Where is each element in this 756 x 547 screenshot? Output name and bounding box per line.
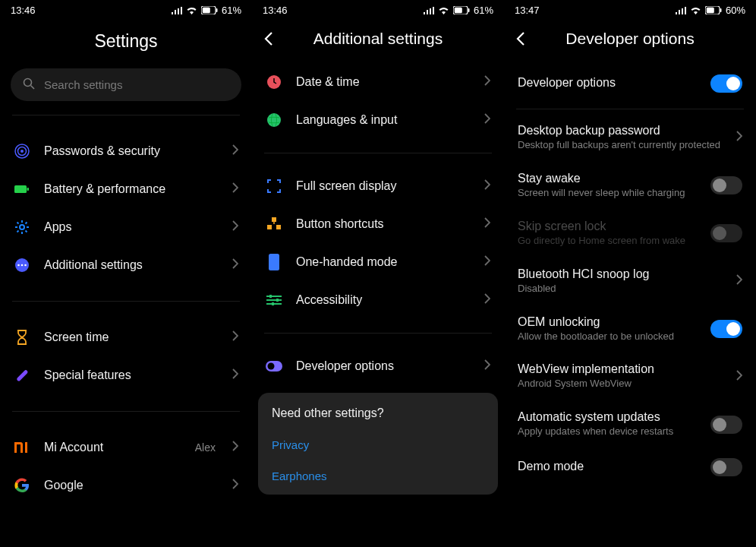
row-stay-awake[interactable]: Stay awake Screen will never sleep while… xyxy=(504,162,756,210)
row-primary: Skip screen lock xyxy=(518,220,700,233)
row-secondary: Android System WebView xyxy=(518,378,726,390)
link-privacy[interactable]: Privacy xyxy=(272,434,484,465)
row-webview[interactable]: WebView implementation Android System We… xyxy=(504,353,756,400)
gear-icon xyxy=(14,219,30,236)
search-input[interactable]: Search settings xyxy=(11,68,241,101)
svg-rect-18 xyxy=(468,8,469,12)
item-additional-settings[interactable]: Additional settings xyxy=(0,246,252,284)
item-apps[interactable]: Apps xyxy=(0,208,252,246)
item-languages-input[interactable]: Languages & input xyxy=(252,101,504,139)
battery-icon xyxy=(705,6,722,14)
svg-rect-21 xyxy=(272,217,276,222)
status-time: 13:47 xyxy=(515,5,540,16)
item-passwords-security[interactable]: Passwords & security xyxy=(0,132,252,170)
toggle-switch[interactable] xyxy=(710,74,742,93)
svg-point-32 xyxy=(268,363,275,370)
chevron-right-icon xyxy=(736,131,742,144)
hourglass-icon xyxy=(14,329,30,346)
status-right: 60% xyxy=(676,5,745,16)
mi-logo-icon xyxy=(14,439,30,456)
search-icon xyxy=(23,77,35,92)
row-auto-system-updates[interactable]: Automatic system updates Apply updates w… xyxy=(504,400,756,448)
item-special-features[interactable]: Special features xyxy=(0,356,252,394)
item-battery-performance[interactable]: Battery & performance xyxy=(0,170,252,208)
battery-icon xyxy=(201,6,218,14)
chevron-right-icon xyxy=(232,220,238,234)
item-label: Passwords & security xyxy=(44,144,219,158)
chevron-right-icon xyxy=(736,274,742,288)
svg-rect-8 xyxy=(14,185,27,193)
toggle-switch[interactable] xyxy=(710,320,742,338)
svg-point-13 xyxy=(21,264,24,267)
signal-icon xyxy=(172,7,182,14)
status-bar: 13:46 61% xyxy=(252,0,504,19)
additional-settings-panel: 13:46 61% Additional settings Date & tim… xyxy=(252,0,504,547)
row-skip-screen-lock: Skip screen lock Go directly to Home scr… xyxy=(504,210,756,258)
row-secondary: Desktop full backups aren't currently pr… xyxy=(518,139,726,152)
toggle-switch[interactable] xyxy=(710,458,742,476)
svg-line-4 xyxy=(31,86,35,90)
row-demo-mode[interactable]: Demo mode xyxy=(504,448,756,486)
svg-point-14 xyxy=(24,264,27,267)
item-mi-account[interactable]: Mi Account Alex xyxy=(0,428,252,466)
dev-toggle-icon xyxy=(266,358,282,375)
chevron-right-icon xyxy=(232,258,238,272)
chevron-right-icon xyxy=(484,255,490,269)
page-title: Settings xyxy=(0,19,252,68)
toggle-switch[interactable] xyxy=(710,416,742,434)
svg-point-20 xyxy=(267,113,281,127)
chevron-right-icon xyxy=(232,144,238,158)
signal-icon xyxy=(676,7,686,14)
search-placeholder: Search settings xyxy=(44,78,122,91)
row-bluetooth-snoop[interactable]: Bluetooth HCI snoop log Disabled xyxy=(504,258,756,305)
globe-icon xyxy=(266,112,282,128)
item-developer-options[interactable]: Developer options xyxy=(252,347,504,385)
toggle-switch[interactable] xyxy=(710,176,742,194)
svg-rect-2 xyxy=(216,8,217,12)
battery-percent: 61% xyxy=(474,5,493,16)
item-fullscreen-display[interactable]: Full screen display xyxy=(252,167,504,205)
svg-rect-1 xyxy=(203,8,210,13)
row-primary: Demo mode xyxy=(518,460,700,473)
item-label: Mi Account xyxy=(44,441,181,454)
status-time: 13:46 xyxy=(11,5,36,16)
item-one-handed-mode[interactable]: One-handed mode xyxy=(252,243,504,281)
fullscreen-icon xyxy=(266,178,282,194)
item-accessibility[interactable]: Accessibility xyxy=(252,281,504,319)
svg-rect-9 xyxy=(27,188,30,191)
svg-point-12 xyxy=(17,264,20,267)
item-label: Date & time xyxy=(296,75,471,89)
back-button[interactable] xyxy=(516,31,534,46)
signal-icon xyxy=(424,7,434,14)
item-label: Battery & performance xyxy=(44,182,219,196)
row-desktop-backup[interactable]: Desktop backup password Desktop full bac… xyxy=(504,114,756,162)
item-google[interactable]: Google xyxy=(0,466,252,504)
chevron-right-icon xyxy=(484,75,490,89)
item-screen-time[interactable]: Screen time xyxy=(0,318,252,356)
phone-icon xyxy=(266,254,282,270)
row-secondary: Go directly to Home screen from wake xyxy=(518,235,700,248)
item-label: Google xyxy=(44,479,219,492)
link-earphones[interactable]: Earphones xyxy=(272,465,484,484)
chevron-right-icon xyxy=(232,330,238,344)
wifi-icon xyxy=(186,6,197,14)
chevron-right-icon xyxy=(736,370,742,384)
item-button-shortcuts[interactable]: Button shortcuts xyxy=(252,205,504,243)
back-button[interactable] xyxy=(264,31,282,46)
row-secondary: Allow the bootloader to be unlocked xyxy=(518,330,700,343)
shortcuts-icon xyxy=(266,216,282,232)
more-icon xyxy=(14,257,30,274)
page-title: Developer options xyxy=(534,30,726,48)
toggle-switch xyxy=(710,224,742,242)
title-row: Additional settings xyxy=(252,19,504,63)
svg-rect-24 xyxy=(269,254,279,270)
item-date-time[interactable]: Date & time xyxy=(252,63,504,101)
row-developer-options-toggle[interactable]: Developer options xyxy=(504,63,756,104)
settings-panel: 13:46 61% Settings Search settings Passw… xyxy=(0,0,252,547)
clock-icon xyxy=(266,74,282,90)
item-label: Special features xyxy=(44,368,219,382)
item-label: One-handed mode xyxy=(296,255,471,269)
row-oem-unlocking[interactable]: OEM unlocking Allow the bootloader to be… xyxy=(504,305,756,353)
item-label: Full screen display xyxy=(296,179,471,193)
row-primary: Desktop backup password xyxy=(518,124,726,138)
